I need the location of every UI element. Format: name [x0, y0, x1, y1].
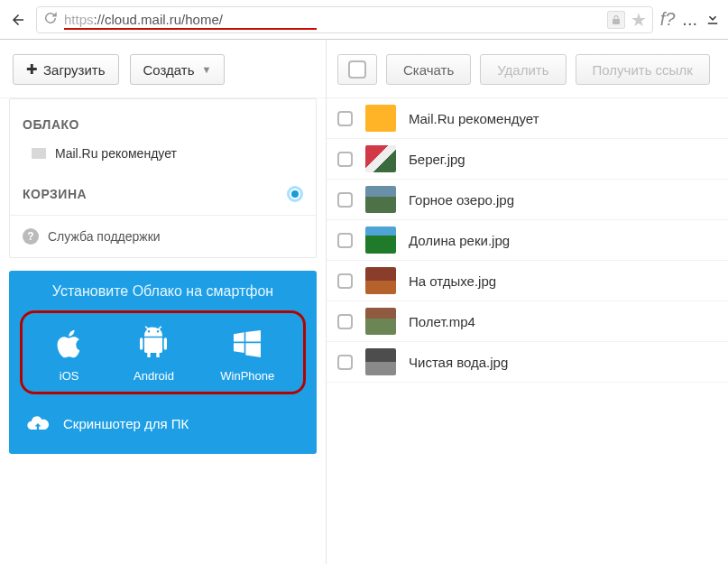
file-thumbnail — [365, 105, 396, 132]
file-area: Скачать Удалить Получить ссылк Mail.Ru р… — [327, 40, 728, 564]
address-bar[interactable]: https://cloud.mail.ru/home/ ★ — [36, 6, 653, 33]
file-name: Полет.mp4 — [409, 314, 475, 329]
sidebar-nav: ОБЛАКО Mail.Ru рекомендует КОРЗИНА ? Слу… — [9, 98, 317, 258]
file-row[interactable]: Чистая вода.jpg — [327, 342, 728, 383]
file-name: Долина реки.jpg — [409, 233, 510, 248]
cloud-section: ОБЛАКО Mail.Ru рекомендует — [10, 108, 316, 179]
file-thumbnail — [365, 186, 396, 213]
folder-icon — [32, 148, 46, 159]
file-row[interactable]: Долина реки.jpg — [327, 220, 728, 261]
file-name: Горное озеро.jpg — [409, 192, 514, 208]
file-row[interactable]: Берег.jpg — [327, 139, 728, 180]
select-all-button[interactable] — [337, 54, 377, 85]
reload-icon[interactable] — [42, 10, 59, 29]
sidebar: ✚ Загрузить Создать ▼ ОБЛАКО Mail.Ru рек… — [0, 40, 327, 564]
main-content: ✚ Загрузить Создать ▼ ОБЛАКО Mail.Ru рек… — [0, 40, 728, 564]
url-text: https://cloud.mail.ru/home/ — [64, 12, 602, 27]
promo-android-label: Android — [134, 369, 174, 383]
lock-icon[interactable] — [607, 11, 625, 29]
trash-title: КОРЗИНА — [23, 187, 87, 201]
file-row[interactable]: На отдыхе.jpg — [327, 261, 728, 301]
screenshoter-label: Скриншотер для ПК — [63, 416, 189, 431]
sidebar-toolbar: ✚ Загрузить Создать ▼ — [0, 40, 326, 98]
file-checkbox[interactable] — [337, 314, 353, 329]
windows-icon — [229, 326, 265, 362]
checkbox-icon — [348, 60, 366, 79]
plus-icon: ✚ — [26, 61, 38, 78]
cloud-title: ОБЛАКО — [23, 117, 303, 132]
reload-arrow-icon — [42, 10, 59, 26]
file-thumbnail — [365, 267, 396, 294]
promo-android[interactable]: Android — [134, 326, 174, 383]
download-indicator-icon[interactable] — [705, 10, 721, 29]
file-checkbox[interactable] — [337, 233, 353, 248]
download-arrow-icon — [705, 10, 721, 26]
promo-screenshoter[interactable]: Скриншотер для ПК — [20, 394, 306, 441]
file-row[interactable]: Mail.Ru рекомендует — [327, 98, 728, 139]
create-button[interactable]: Создать ▼ — [130, 54, 226, 85]
download-button[interactable]: Скачать — [386, 54, 471, 85]
upload-label: Загрузить — [43, 62, 106, 78]
support-link[interactable]: ? Служба поддержки — [10, 215, 316, 257]
file-name: На отдыхе.jpg — [409, 273, 496, 289]
promo-title: Установите Облако на смартфон — [20, 283, 306, 300]
file-thumbnail — [365, 145, 396, 172]
share-button[interactable]: Получить ссылк — [576, 54, 710, 85]
file-toolbar: Скачать Удалить Получить ссылк — [327, 40, 728, 98]
promo-ios[interactable]: iOS — [51, 326, 88, 383]
promo-winphone-label: WinPhone — [220, 369, 274, 383]
apple-icon — [51, 326, 88, 362]
url-rest: ://cloud.mail.ru/home/ — [94, 12, 223, 27]
file-name: Чистая вода.jpg — [409, 355, 508, 370]
android-icon — [135, 326, 171, 362]
upload-button[interactable]: ✚ Загрузить — [13, 54, 119, 85]
trash-section[interactable]: КОРЗИНА — [10, 179, 316, 215]
back-arrow-icon — [10, 12, 26, 28]
file-checkbox[interactable] — [337, 355, 353, 370]
url-underline — [64, 28, 317, 30]
chevron-down-icon: ▼ — [202, 64, 212, 75]
promo-platforms: iOS Android WinPhone — [20, 310, 306, 394]
install-promo: Установите Облако на смартфон iOS Androi… — [9, 271, 317, 454]
file-row[interactable]: Полет.mp4 — [327, 301, 728, 342]
file-row[interactable]: Горное озеро.jpg — [327, 180, 728, 220]
cloud-sync-icon — [25, 411, 51, 436]
sidebar-item-recommended[interactable]: Mail.Ru рекомендует — [23, 141, 303, 166]
padlock-icon — [611, 14, 622, 25]
promo-ios-label: iOS — [60, 369, 79, 383]
support-label: Служба поддержки — [48, 229, 161, 244]
file-list: Mail.Ru рекомендуетБерег.jpgГорное озеро… — [327, 98, 728, 383]
file-checkbox[interactable] — [337, 273, 353, 289]
file-checkbox[interactable] — [337, 152, 353, 167]
create-label: Создать — [143, 62, 195, 78]
promo-winphone[interactable]: WinPhone — [220, 326, 274, 383]
browser-toolbar: https://cloud.mail.ru/home/ ★ f? ... — [0, 0, 728, 40]
file-checkbox[interactable] — [337, 111, 353, 126]
file-thumbnail — [365, 227, 396, 254]
font-toggle[interactable]: f? — [660, 9, 676, 30]
bookmark-star-icon[interactable]: ★ — [631, 9, 647, 31]
file-name: Mail.Ru рекомендует — [409, 111, 539, 126]
file-thumbnail — [365, 308, 396, 335]
url-scheme: https — [64, 12, 94, 27]
sidebar-item-label: Mail.Ru рекомендует — [55, 146, 177, 161]
file-name: Берег.jpg — [409, 152, 465, 167]
help-icon: ? — [23, 228, 39, 245]
trash-radio-icon — [287, 186, 303, 202]
back-button[interactable] — [7, 9, 29, 31]
file-checkbox[interactable] — [337, 192, 353, 208]
file-thumbnail — [365, 348, 396, 375]
more-menu[interactable]: ... — [682, 9, 697, 30]
delete-button[interactable]: Удалить — [480, 54, 566, 85]
